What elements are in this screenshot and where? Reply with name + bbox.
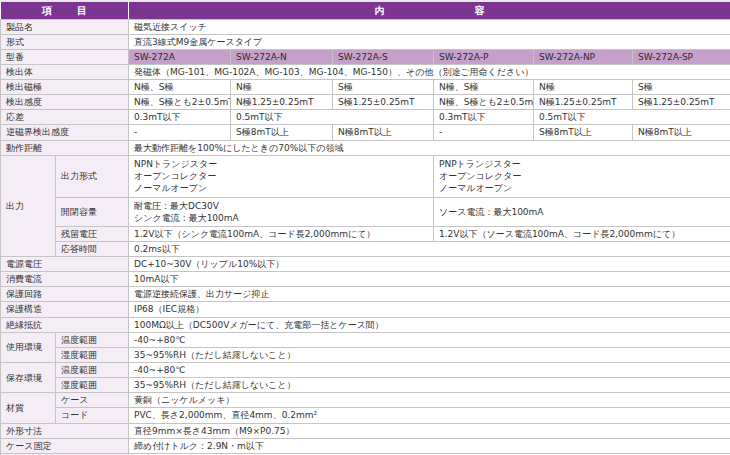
spec-table: 項目 内容 製品名 磁気近接スイッチ 形式 直流3線式M9金属ケースタイプ 型番… bbox=[0, 0, 730, 455]
label-insulation-resistance: 絶縁抵抗 bbox=[1, 317, 129, 332]
row-protection-circuit: 保護回路 電源逆接続保護、出力サージ抑止 bbox=[1, 287, 730, 302]
value-detection-object: 発磁体（MG-101、MG-102A、MG-103、MG-104、MG-150）… bbox=[129, 64, 730, 79]
row-response-time: 応答時間 0.2ms以下 bbox=[1, 241, 730, 256]
row-output-form: 出力 出力形式 NPNトランジスター オープンコレクター ノーマルオープン PN… bbox=[1, 155, 730, 197]
pole-cell-0: N極、S極 bbox=[129, 80, 231, 95]
pole-cell-4: N極 bbox=[534, 80, 633, 95]
value-output-form-npn: NPNトランジスター オープンコレクター ノーマルオープン bbox=[129, 155, 434, 197]
value-switching-capacity-npn: 耐電圧：最大DC30V シンク電流：最大100mA bbox=[129, 197, 434, 226]
reverse-field-cell-2: N極8mT以上 bbox=[333, 125, 434, 140]
value-material-cord: PVC、長さ2,000mm、直径4mm、0.2mm² bbox=[129, 408, 730, 423]
label-material-case: ケース bbox=[56, 393, 129, 408]
reverse-field-cell-1: S極8mT以上 bbox=[231, 125, 333, 140]
sensitivity-cell-0: N極、S極とも2±0.5mT bbox=[129, 95, 231, 110]
label-hysteresis: 応差 bbox=[1, 110, 129, 125]
row-model-no: 型番 SW-272A SW-272A-N SW-272A-S SW-272A-P… bbox=[1, 49, 730, 64]
label-model-type: 形式 bbox=[1, 34, 129, 49]
header-content: 内容 bbox=[129, 1, 730, 19]
label-model-no: 型番 bbox=[1, 49, 129, 64]
row-detection-pole: 検出磁極 N極、S極 N極 S極 N極、S極 N極 S極 bbox=[1, 80, 730, 95]
label-switching-capacity: 開閉容量 bbox=[56, 197, 129, 226]
pole-cell-3: N極、S極 bbox=[434, 80, 534, 95]
table-header-row: 項目 内容 bbox=[1, 1, 730, 19]
label-material-cord: コード bbox=[56, 408, 129, 423]
value-protection-circuit: 電源逆接続保護、出力サージ抑止 bbox=[129, 287, 730, 302]
model-cell-1: SW-272A-N bbox=[231, 49, 333, 64]
value-product-name: 磁気近接スイッチ bbox=[129, 19, 730, 34]
row-current-consumption: 消費電流 10mA以下 bbox=[1, 272, 730, 287]
header-item: 項目 bbox=[1, 1, 129, 19]
label-response-time: 応答時間 bbox=[56, 241, 129, 256]
value-dimensions: 直径9mm×長さ43mm（M9×P0.75） bbox=[129, 423, 730, 438]
row-insulation-resistance: 絶縁抵抗 100MΩ以上（DC500Vメガーにて、充電部一括とケース間） bbox=[1, 317, 730, 332]
sensitivity-cell-4: N極1.25±0.25mT bbox=[534, 95, 633, 110]
label-detection-pole: 検出磁極 bbox=[1, 80, 129, 95]
label-protection-structure: 保護構造 bbox=[1, 302, 129, 317]
label-output-form: 出力形式 bbox=[56, 155, 129, 197]
value-residual-voltage-npn: 1.2V以下（シンク電流100mA、コード長2,000mmにて） bbox=[129, 226, 434, 241]
model-cell-5: SW-272A-SP bbox=[633, 49, 730, 64]
row-operating-env-temp: 使用環境 温度範囲 -40~+80℃ bbox=[1, 332, 730, 347]
model-cell-3: SW-272A-P bbox=[434, 49, 534, 64]
row-case-fixing: ケース固定 締め付けトルク：2.9N・m以下 bbox=[1, 438, 730, 453]
row-power-voltage: 電源電圧 DC+10~30V（リップル10%以下） bbox=[1, 257, 730, 272]
row-product-name: 製品名 磁気近接スイッチ bbox=[1, 19, 730, 34]
label-material: 材質 bbox=[1, 393, 56, 423]
label-detection-object: 検出体 bbox=[1, 64, 129, 79]
label-current-consumption: 消費電流 bbox=[1, 272, 129, 287]
row-storage-env-humidity: 湿度範囲 35~95%RH（ただし結露しないこと） bbox=[1, 378, 730, 393]
label-power-voltage: 電源電圧 bbox=[1, 257, 129, 272]
spec-sheet: 項目 内容 製品名 磁気近接スイッチ 形式 直流3線式M9金属ケースタイプ 型番… bbox=[0, 0, 730, 455]
value-material-case: 黄銅（ニッケルメッキ） bbox=[129, 393, 730, 408]
label-residual-voltage: 残留電圧 bbox=[56, 226, 129, 241]
row-hysteresis: 応差 0.3mT以下 0.5mT以下 0.3mT以下 0.5mT以下 bbox=[1, 110, 730, 125]
label-operating-env-humidity: 湿度範囲 bbox=[56, 347, 129, 362]
value-storage-env-humidity: 35~95%RH（ただし結露しないこと） bbox=[129, 378, 730, 393]
sensitivity-cell-3: N極、S極とも2±0.5mT bbox=[434, 95, 534, 110]
value-power-voltage: DC+10~30V（リップル10%以下） bbox=[129, 257, 730, 272]
label-reverse-field: 逆磁界検出感度 bbox=[1, 125, 129, 140]
reverse-field-cell-4: S極8mT以上 bbox=[534, 125, 633, 140]
label-operating-env-temp: 温度範囲 bbox=[56, 332, 129, 347]
value-residual-voltage-pnp: 1.2V以下（ソース電流100mA、コード長2,000mmにて） bbox=[434, 226, 730, 241]
label-product-name: 製品名 bbox=[1, 19, 129, 34]
value-storage-env-temp: -40~+80℃ bbox=[129, 363, 730, 378]
value-operating-distance: 最大動作距離を100%にしたときの70%以下の領域 bbox=[129, 140, 730, 155]
label-detection-sensitivity: 検出感度 bbox=[1, 95, 129, 110]
label-output-group: 出力 bbox=[1, 155, 56, 256]
row-material-case: 材質 ケース 黄銅（ニッケルメッキ） bbox=[1, 393, 730, 408]
value-current-consumption: 10mA以下 bbox=[129, 272, 730, 287]
reverse-field-cell-3: - bbox=[434, 125, 534, 140]
row-residual-voltage: 残留電圧 1.2V以下（シンク電流100mA、コード長2,000mmにて） 1.… bbox=[1, 226, 730, 241]
label-storage-env-humidity: 湿度範囲 bbox=[56, 378, 129, 393]
row-dimensions: 外形寸法 直径9mm×長さ43mm（M9×P0.75） bbox=[1, 423, 730, 438]
row-protection-structure: 保護構造 IP68（IEC規格） bbox=[1, 302, 730, 317]
hysteresis-cell-2: 0.3mT以下 bbox=[434, 110, 534, 125]
reverse-field-cell-0: - bbox=[129, 125, 231, 140]
label-protection-circuit: 保護回路 bbox=[1, 287, 129, 302]
pole-cell-5: S極 bbox=[633, 80, 730, 95]
model-cell-0: SW-272A bbox=[129, 49, 231, 64]
row-model-type: 形式 直流3線式M9金属ケースタイプ bbox=[1, 34, 730, 49]
hysteresis-cell-0: 0.3mT以下 bbox=[129, 110, 231, 125]
hysteresis-cell-3: 0.5mT以下 bbox=[534, 110, 730, 125]
row-material-cord: コード PVC、長さ2,000mm、直径4mm、0.2mm² bbox=[1, 408, 730, 423]
sensitivity-cell-2: S極1.25±0.25mT bbox=[333, 95, 434, 110]
model-cell-2: SW-272A-S bbox=[333, 49, 434, 64]
label-dimensions: 外形寸法 bbox=[1, 423, 129, 438]
value-insulation-resistance: 100MΩ以上（DC500Vメガーにて、充電部一括とケース間） bbox=[129, 317, 730, 332]
hysteresis-cell-1: 0.5mT以下 bbox=[231, 110, 434, 125]
row-operating-distance: 動作距離 最大動作距離を100%にしたときの70%以下の領域 bbox=[1, 140, 730, 155]
value-operating-env-temp: -40~+80℃ bbox=[129, 332, 730, 347]
label-case-fixing: ケース固定 bbox=[1, 438, 129, 453]
sensitivity-cell-5: S極1.25±0.25mT bbox=[633, 95, 730, 110]
row-storage-env-temp: 保存環境 温度範囲 -40~+80℃ bbox=[1, 363, 730, 378]
sensitivity-cell-1: N極1.25±0.25mT bbox=[231, 95, 333, 110]
label-storage-env-temp: 温度範囲 bbox=[56, 363, 129, 378]
model-cell-4: SW-272A-NP bbox=[534, 49, 633, 64]
row-switching-capacity: 開閉容量 耐電圧：最大DC30V シンク電流：最大100mA ソース電流：最大1… bbox=[1, 197, 730, 226]
row-reverse-field: 逆磁界検出感度 - S極8mT以上 N極8mT以上 - S極8mT以上 N極8m… bbox=[1, 125, 730, 140]
value-model-type: 直流3線式M9金属ケースタイプ bbox=[129, 34, 730, 49]
row-detection-object: 検出体 発磁体（MG-101、MG-102A、MG-103、MG-104、MG-… bbox=[1, 64, 730, 79]
row-operating-env-humidity: 湿度範囲 35~95%RH（ただし結露しないこと） bbox=[1, 347, 730, 362]
